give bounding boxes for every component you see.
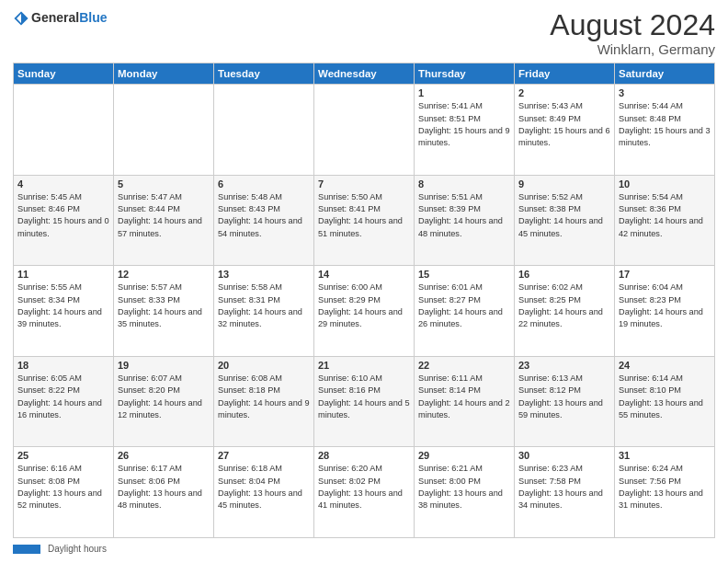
day-number: 13 [218,269,310,280]
day-number: 25 [17,450,109,461]
day-info: Sunrise: 6:11 AMSunset: 8:14 PMDaylight:… [418,373,510,419]
week-row-5: 25Sunrise: 6:16 AMSunset: 8:08 PMDayligh… [14,447,715,538]
calendar-cell: 9Sunrise: 5:52 AMSunset: 8:38 PMDaylight… [515,175,615,266]
day-info: Sunrise: 5:47 AMSunset: 8:44 PMDaylight:… [118,192,202,238]
calendar-cell: 11Sunrise: 5:55 AMSunset: 8:34 PMDayligh… [14,266,114,357]
calendar-cell: 14Sunrise: 6:00 AMSunset: 8:29 PMDayligh… [314,266,415,357]
day-number: 7 [318,178,410,190]
weekday-header-row: SundayMondayTuesdayWednesdayThursdayFrid… [14,63,715,85]
day-number: 9 [518,178,610,190]
calendar-cell: 1Sunrise: 5:41 AMSunset: 8:51 PMDaylight… [415,85,515,176]
calendar-cell: 25Sunrise: 6:16 AMSunset: 8:08 PMDayligh… [14,447,114,538]
calendar-cell: 20Sunrise: 6:08 AMSunset: 8:18 PMDayligh… [214,356,314,447]
calendar-cell: 18Sunrise: 6:05 AMSunset: 8:22 PMDayligh… [14,356,114,447]
day-info: Sunrise: 5:51 AMSunset: 8:39 PMDaylight:… [418,192,503,238]
day-number: 27 [218,450,310,461]
day-number: 21 [318,360,410,371]
day-info: Sunrise: 6:14 AMSunset: 8:10 PMDaylight:… [619,373,703,419]
day-number: 31 [619,450,711,461]
page: GeneralBlue August 2024 Winklarn, German… [0,0,728,563]
day-number: 8 [418,178,510,190]
week-row-4: 18Sunrise: 6:05 AMSunset: 8:22 PMDayligh… [14,356,715,447]
day-info: Sunrise: 5:45 AMSunset: 8:46 PMDaylight:… [17,192,109,238]
day-number: 28 [318,450,410,461]
day-number: 10 [619,178,711,190]
day-info: Sunrise: 5:58 AMSunset: 8:31 PMDaylight:… [218,282,302,328]
day-info: Sunrise: 6:08 AMSunset: 8:18 PMDaylight:… [218,373,310,419]
calendar-title: August 2024 [550,9,715,41]
day-info: Sunrise: 6:02 AMSunset: 8:25 PMDaylight:… [518,282,603,328]
calendar-table: SundayMondayTuesdayWednesdayThursdayFrid… [13,63,715,538]
day-number: 15 [418,269,510,280]
calendar-cell: 16Sunrise: 6:02 AMSunset: 8:25 PMDayligh… [515,266,615,357]
calendar-cell: 3Sunrise: 5:44 AMSunset: 8:48 PMDaylight… [615,85,715,176]
day-info: Sunrise: 6:17 AMSunset: 8:06 PMDaylight:… [118,464,202,510]
logo: GeneralBlue [13,9,107,27]
weekday-header-monday: Monday [114,63,214,85]
day-info: Sunrise: 5:57 AMSunset: 8:33 PMDaylight:… [118,282,202,328]
calendar-cell: 7Sunrise: 5:50 AMSunset: 8:41 PMDaylight… [314,175,415,266]
daylight-swatch [13,545,40,554]
day-number: 17 [619,269,711,280]
calendar-cell: 12Sunrise: 5:57 AMSunset: 8:33 PMDayligh… [114,266,214,357]
calendar-cell [14,85,114,176]
day-number: 18 [17,360,109,371]
day-number: 24 [619,360,711,371]
day-info: Sunrise: 6:01 AMSunset: 8:27 PMDaylight:… [418,282,503,328]
day-number: 19 [118,360,210,371]
calendar-cell: 23Sunrise: 6:13 AMSunset: 8:12 PMDayligh… [515,356,615,447]
day-info: Sunrise: 6:16 AMSunset: 8:08 PMDaylight:… [17,464,102,510]
day-info: Sunrise: 5:43 AMSunset: 8:49 PMDaylight:… [518,101,610,147]
calendar-cell: 29Sunrise: 6:21 AMSunset: 8:00 PMDayligh… [415,447,515,538]
calendar-cell [114,85,214,176]
logo-general: General [31,10,79,25]
calendar-cell: 28Sunrise: 6:20 AMSunset: 8:02 PMDayligh… [314,447,415,538]
calendar-cell [314,85,415,176]
footer-label: Daylight hours [48,544,107,554]
calendar-cell: 2Sunrise: 5:43 AMSunset: 8:49 PMDaylight… [515,85,615,176]
day-number: 6 [218,178,310,190]
day-info: Sunrise: 6:05 AMSunset: 8:22 PMDaylight:… [17,373,102,419]
weekday-header-thursday: Thursday [415,63,515,85]
day-info: Sunrise: 6:24 AMSunset: 7:56 PMDaylight:… [619,464,703,510]
logo-blue: Blue [79,10,107,25]
weekday-header-saturday: Saturday [615,63,715,85]
day-info: Sunrise: 5:54 AMSunset: 8:36 PMDaylight:… [619,192,703,238]
day-number: 14 [318,269,410,280]
weekday-header-sunday: Sunday [14,63,114,85]
weekday-header-friday: Friday [515,63,615,85]
day-number: 2 [518,87,610,98]
day-info: Sunrise: 5:55 AMSunset: 8:34 PMDaylight:… [17,282,102,328]
day-info: Sunrise: 6:10 AMSunset: 8:16 PMDaylight:… [318,373,410,419]
week-row-1: 1Sunrise: 5:41 AMSunset: 8:51 PMDaylight… [14,85,715,176]
calendar-cell: 15Sunrise: 6:01 AMSunset: 8:27 PMDayligh… [415,266,515,357]
calendar-cell: 19Sunrise: 6:07 AMSunset: 8:20 PMDayligh… [114,356,214,447]
weekday-header-tuesday: Tuesday [214,63,314,85]
day-info: Sunrise: 6:21 AMSunset: 8:00 PMDaylight:… [418,464,503,510]
calendar-cell: 22Sunrise: 6:11 AMSunset: 8:14 PMDayligh… [415,356,515,447]
day-number: 23 [518,360,610,371]
calendar-cell: 10Sunrise: 5:54 AMSunset: 8:36 PMDayligh… [615,175,715,266]
calendar-cell: 24Sunrise: 6:14 AMSunset: 8:10 PMDayligh… [615,356,715,447]
day-info: Sunrise: 6:23 AMSunset: 7:58 PMDaylight:… [518,464,603,510]
calendar-cell: 27Sunrise: 6:18 AMSunset: 8:04 PMDayligh… [214,447,314,538]
day-info: Sunrise: 5:41 AMSunset: 8:51 PMDaylight:… [418,101,510,147]
footer: Daylight hours [13,544,715,554]
calendar-cell: 13Sunrise: 5:58 AMSunset: 8:31 PMDayligh… [214,266,314,357]
weekday-header-wednesday: Wednesday [314,63,415,85]
day-number: 4 [17,178,109,190]
day-number: 12 [118,269,210,280]
day-info: Sunrise: 6:07 AMSunset: 8:20 PMDaylight:… [118,373,202,419]
week-row-2: 4Sunrise: 5:45 AMSunset: 8:46 PMDaylight… [14,175,715,266]
title-block: August 2024 Winklarn, Germany [550,9,715,57]
day-info: Sunrise: 6:20 AMSunset: 8:02 PMDaylight:… [318,464,403,510]
day-number: 22 [418,360,510,371]
day-number: 16 [518,269,610,280]
day-number: 26 [118,450,210,461]
week-row-3: 11Sunrise: 5:55 AMSunset: 8:34 PMDayligh… [14,266,715,357]
calendar-cell: 5Sunrise: 5:47 AMSunset: 8:44 PMDaylight… [114,175,214,266]
day-number: 5 [118,178,210,190]
day-info: Sunrise: 5:52 AMSunset: 8:38 PMDaylight:… [518,192,603,238]
day-info: Sunrise: 5:48 AMSunset: 8:43 PMDaylight:… [218,192,302,238]
day-info: Sunrise: 6:18 AMSunset: 8:04 PMDaylight:… [218,464,302,510]
